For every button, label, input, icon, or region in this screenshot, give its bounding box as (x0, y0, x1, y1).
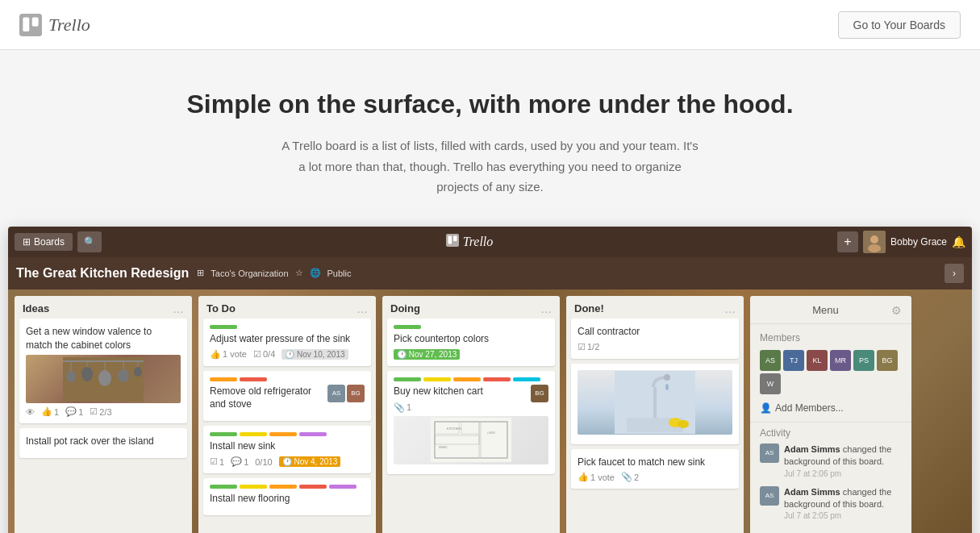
menu-settings-icon[interactable]: ⚙ (891, 304, 902, 317)
board-visibility: Public (327, 269, 352, 278)
card-sink-image[interactable] (571, 364, 739, 444)
activity-text-2: Adam Simms changed the background of thi… (784, 486, 902, 523)
list-ideas-options[interactable]: … (173, 302, 184, 315)
card-water-pressure[interactable]: Adjust water pressure of the sink 👍1 vot… (203, 319, 371, 366)
add-members-button[interactable]: 👤 Add Members... (760, 399, 902, 417)
card-flooring[interactable]: Install new flooring (203, 478, 371, 515)
card-labels (210, 485, 365, 489)
nav-boards-label: Boards (34, 236, 65, 248)
svg-text:DINING: DINING (439, 446, 448, 449)
list-done: Done! … Call contractor ☑1/2 (566, 296, 744, 533)
activity-label: Activity (760, 427, 902, 439)
card-meta: 📎1 (394, 402, 548, 413)
svg-rect-2 (32, 17, 39, 26)
member-avatar-4: MR (830, 350, 851, 371)
nav-user-name: Bobby Grace (890, 236, 947, 248)
label-green (394, 325, 421, 329)
checklist-meta: ☑2/3 (90, 406, 111, 417)
nav-add-button[interactable]: + (837, 231, 858, 252)
card-faucet[interactable]: Pick faucet to match new sink 👍1 vote 📎2 (571, 449, 739, 489)
card-countertop-colors[interactable]: Pick countertop colors 🕐 Nov 27, 2013 (387, 319, 555, 366)
paperclip-meta: 📎2 (621, 472, 639, 482)
label-yellow (240, 485, 267, 489)
svg-point-38 (678, 420, 689, 428)
list-ideas: Ideas … Get a new window valence to matc… (15, 296, 192, 533)
label-orange (210, 377, 237, 381)
label-orange (269, 432, 297, 436)
list-doing: Doing … Pick countertop colors 🕐 Nov 27,… (382, 296, 560, 533)
card-kitchen-cart[interactable]: Buy new kitchen cart BG 📎1 (387, 371, 555, 474)
list-doing-options[interactable]: … (540, 302, 552, 315)
nav-notifications-icon[interactable]: 🔔 (952, 235, 965, 248)
svg-point-7 (870, 235, 878, 244)
board-screenshot: ⊞ Boards 🔍 Trello + Bobby Grace 🔔 The Gr… (8, 227, 972, 533)
board-lists: Ideas … Get a new window valence to matc… (8, 289, 972, 533)
svg-text:LIVING: LIVING (487, 431, 496, 435)
list-done-header: Done! … (566, 296, 744, 319)
card-meta: ☑1 💬1 0/10 🕐 Nov 4, 2013 (210, 456, 365, 467)
activity-item-2: AS Adam Simms changed the background of … (760, 486, 902, 523)
card-title: Call contractor (578, 325, 732, 339)
card-labels (394, 325, 548, 329)
date-badge: 🕐 Nov 10, 2013 (281, 349, 348, 360)
card-labels (394, 377, 548, 381)
activity-section: Activity AS Adam Simms changed the backg… (750, 422, 911, 533)
search-icon: 🔍 (84, 236, 96, 248)
date-badge-orange: 🕐 Nov 4, 2013 (279, 456, 341, 467)
list-doing-header: Doing … (382, 296, 560, 319)
add-members-label: Add Members... (775, 402, 844, 414)
activity-avatar-1: AS (760, 443, 779, 463)
card-labels (210, 377, 365, 381)
check-fraction: 0/10 (255, 457, 272, 467)
card-pot-rack[interactable]: Install pot rack over the island (19, 428, 187, 458)
list-todo-options[interactable]: … (357, 302, 368, 315)
label-red (483, 377, 511, 381)
hero-section: Simple on the surface, with more under t… (0, 50, 980, 227)
list-todo-header: To Do … (198, 296, 376, 319)
activity-text-1: Adam Simms changed the background of thi… (784, 443, 902, 480)
person-icon: 👤 (760, 402, 772, 414)
label-orange (269, 485, 297, 489)
go-to-boards-button[interactable]: Go to Your Boards (838, 11, 961, 39)
watch-icon: 👁 (26, 407, 35, 417)
hero-title: Simple on the surface, with more under t… (16, 89, 964, 119)
menu-members-section: Members AS TJ KL MR PS BG W 👤 Add Member… (750, 324, 911, 422)
label-yellow (423, 377, 451, 381)
votes-meta: 👍1 vote (210, 349, 247, 360)
card-window-valence[interactable]: Get a new window valence to match the ca… (19, 319, 187, 424)
member-avatar-3: KL (807, 350, 828, 371)
svg-rect-1 (23, 17, 29, 31)
menu-title: Menu (760, 304, 891, 316)
card-refrigerator[interactable]: Remove old refrigerator and stove AS BG (203, 371, 371, 422)
label-green (210, 432, 237, 436)
list-ideas-header: Ideas … (15, 296, 192, 319)
svg-rect-0 (19, 14, 42, 36)
members-label: Members (760, 332, 902, 344)
card-contractor[interactable]: Call contractor ☑1/2 (571, 319, 739, 359)
member-avatar-1: AS (760, 350, 781, 371)
board-expand-button[interactable]: › (945, 264, 964, 283)
card-image-floorplan: KITCHEN LIVING DINING (394, 416, 548, 464)
list-ideas-title: Ideas (23, 302, 49, 314)
label-red (240, 377, 267, 381)
star-icon[interactable]: ☆ (295, 268, 303, 278)
nav-right: + Bobby Grace 🔔 (837, 231, 965, 253)
activity-item-1: AS Adam Simms changed the background of … (760, 443, 902, 480)
nav-boards-button[interactable]: ⊞ Boards (15, 233, 73, 251)
card-install-sink[interactable]: Install new sink ☑1 💬1 0/10 🕐 Nov 4, 201… (203, 426, 371, 473)
nav-logo-icon (446, 234, 459, 250)
card-title: Install pot rack over the island (26, 435, 181, 448)
checklist-meta: ☑1/2 (578, 342, 599, 352)
member-avatar-5: PS (853, 350, 874, 371)
svg-rect-3 (446, 234, 459, 247)
menu-header: Menu ⚙ (750, 296, 911, 324)
nav-search-button[interactable]: 🔍 (77, 231, 102, 252)
card-image-pots (26, 355, 181, 403)
list-done-title: Done! (574, 302, 604, 314)
card-meta: 👍1 vote 📎2 (578, 472, 732, 482)
list-done-options[interactable]: … (724, 302, 736, 315)
svg-point-17 (118, 369, 129, 382)
nav-center: Trello (446, 234, 494, 250)
card-title: Pick countertop colors (394, 332, 548, 346)
board-icon: ⊞ (23, 236, 31, 248)
